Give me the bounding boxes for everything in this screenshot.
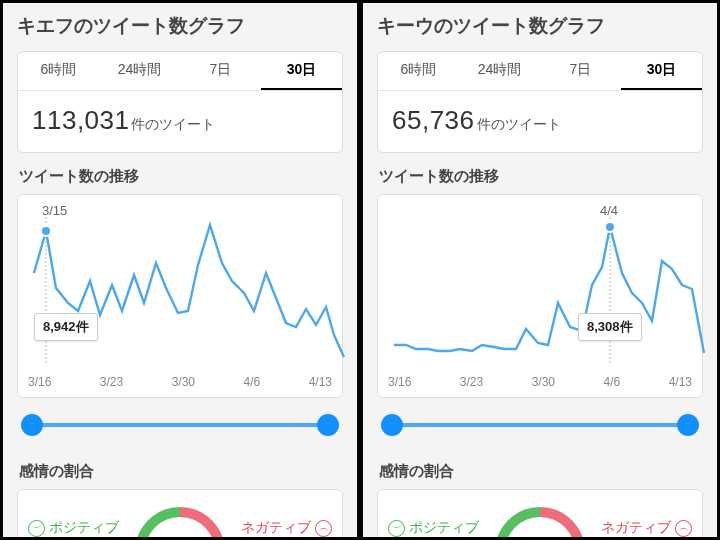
- slider-handle-right[interactable]: [317, 414, 339, 436]
- tab-24h[interactable]: 24時間: [459, 52, 540, 90]
- frown-icon: ︵: [675, 520, 692, 537]
- tab-7d[interactable]: 7日: [540, 52, 621, 90]
- smile-icon: ︶: [388, 520, 405, 537]
- tweet-count-number: 113,031: [32, 105, 129, 136]
- line-chart-svg: [378, 203, 710, 371]
- panel-kiev: キエフのツイート数グラフ 6時間 24時間 7日 30日 113,031 件のツ…: [0, 0, 360, 540]
- positive-text: ポジティブ: [49, 519, 119, 537]
- slider-handle-left[interactable]: [381, 414, 403, 436]
- xtick: 3/16: [28, 375, 51, 389]
- xtick: 4/6: [603, 375, 620, 389]
- negative-label: ネガティブ ︵: [241, 519, 332, 537]
- trend-chart-card: 4/4 8,308件 3/16 3/23 3/30 4/6 4/13: [377, 194, 703, 398]
- tab-24h[interactable]: 24時間: [99, 52, 180, 90]
- svg-point-3: [605, 222, 615, 232]
- sentiment-gauge: [132, 504, 228, 540]
- summary-card: 6時間 24時間 7日 30日 113,031 件のツイート: [17, 51, 343, 153]
- sentiment-heading: 感情の割合: [377, 462, 703, 489]
- slider-track: [393, 423, 687, 427]
- line-chart-svg: [18, 203, 350, 371]
- xtick: 3/23: [460, 375, 483, 389]
- x-axis: 3/16 3/23 3/30 4/6 4/13: [378, 371, 702, 397]
- page-title: キエフのツイート数グラフ: [17, 13, 343, 39]
- positive-label: ︶ ポジティブ: [388, 519, 479, 537]
- tweet-count: 113,031 件のツイート: [18, 91, 342, 152]
- summary-card: 6時間 24時間 7日 30日 65,736 件のツイート: [377, 51, 703, 153]
- tweet-count-suffix: 件のツイート: [131, 116, 215, 134]
- trend-chart[interactable]: 4/4 8,308件: [378, 203, 702, 371]
- tab-30d[interactable]: 30日: [261, 52, 342, 90]
- positive-text: ポジティブ: [409, 519, 479, 537]
- sentiment-gauge: [492, 504, 588, 540]
- panel-kyiv: キーウのツイート数グラフ 6時間 24時間 7日 30日 65,736 件のツイ…: [360, 0, 720, 540]
- sentiment-card: ︶ ポジティブ ネガティブ ︵: [17, 489, 343, 540]
- tab-7d[interactable]: 7日: [180, 52, 261, 90]
- date-range-slider[interactable]: [17, 408, 343, 442]
- xtick: 3/30: [172, 375, 195, 389]
- xtick: 3/23: [100, 375, 123, 389]
- negative-text: ネガティブ: [601, 519, 671, 537]
- slider-handle-left[interactable]: [21, 414, 43, 436]
- negative-label: ネガティブ ︵: [601, 519, 692, 537]
- tab-30d[interactable]: 30日: [621, 52, 702, 90]
- negative-text: ネガティブ: [241, 519, 311, 537]
- svg-point-1: [41, 226, 51, 236]
- xtick: 4/13: [669, 375, 692, 389]
- xtick: 4/6: [243, 375, 260, 389]
- time-range-tabs: 6時間 24時間 7日 30日: [18, 52, 342, 91]
- sentiment-card: ︶ ポジティブ ネガティブ ︵: [377, 489, 703, 540]
- xtick: 4/13: [309, 375, 332, 389]
- trend-chart[interactable]: 3/15 8,942件: [18, 203, 342, 371]
- page-title: キーウのツイート数グラフ: [377, 13, 703, 39]
- sentiment-heading: 感情の割合: [17, 462, 343, 489]
- trend-chart-card: 3/15 8,942件 3/16 3/23 3/30 4/6 4/13: [17, 194, 343, 398]
- tweet-count-number: 65,736: [392, 105, 475, 136]
- time-range-tabs: 6時間 24時間 7日 30日: [378, 52, 702, 91]
- date-range-slider[interactable]: [377, 408, 703, 442]
- trend-heading: ツイート数の推移: [17, 167, 343, 194]
- slider-handle-right[interactable]: [677, 414, 699, 436]
- smile-icon: ︶: [28, 520, 45, 537]
- xtick: 3/30: [532, 375, 555, 389]
- tab-6h[interactable]: 6時間: [18, 52, 99, 90]
- positive-label: ︶ ポジティブ: [28, 519, 119, 537]
- xtick: 3/16: [388, 375, 411, 389]
- chart-tooltip: 8,942件: [34, 313, 98, 341]
- tweet-count-suffix: 件のツイート: [477, 116, 561, 134]
- trend-heading: ツイート数の推移: [377, 167, 703, 194]
- chart-tooltip: 8,308件: [578, 313, 642, 341]
- frown-icon: ︵: [315, 520, 332, 537]
- slider-track: [33, 423, 327, 427]
- tab-6h[interactable]: 6時間: [378, 52, 459, 90]
- split-container: キエフのツイート数グラフ 6時間 24時間 7日 30日 113,031 件のツ…: [0, 0, 720, 540]
- tweet-count: 65,736 件のツイート: [378, 91, 702, 152]
- x-axis: 3/16 3/23 3/30 4/6 4/13: [18, 371, 342, 397]
